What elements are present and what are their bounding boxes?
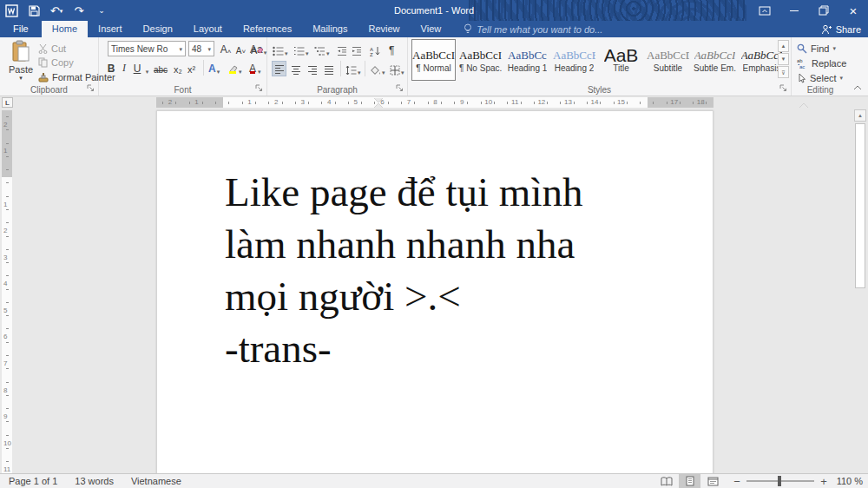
shading-button[interactable]: ▾ — [370, 61, 385, 76]
document-page[interactable]: Like page để tụi mình làm nhanh nhanh nh… — [156, 110, 713, 473]
ruler-number: 17 — [670, 98, 678, 107]
align-right-button[interactable] — [305, 61, 319, 76]
style-subtle-em[interactable]: AaBbCcISubtle Em... — [693, 39, 737, 81]
ruler-number: 11 — [3, 465, 10, 473]
style-subtitle[interactable]: AaBbCcDSubtitle — [646, 39, 690, 81]
ruler-number: 2 — [168, 98, 172, 107]
styles-scroll-up-icon[interactable]: ▲ — [778, 40, 789, 52]
align-center-button[interactable] — [288, 61, 303, 76]
styles-more-icon[interactable]: ⊽ — [778, 66, 789, 78]
style-label: Subtitle — [654, 63, 682, 73]
web-layout-button[interactable] — [702, 474, 724, 488]
grow-font-button[interactable]: A˄ — [219, 41, 233, 56]
print-layout-button[interactable] — [679, 474, 700, 488]
scroll-up-icon[interactable]: ▲ — [854, 109, 866, 122]
word-count[interactable]: 13 words — [66, 476, 122, 486]
underline-options-button[interactable]: ▾ — [142, 60, 151, 76]
multilevel-list-button[interactable]: ▾ — [314, 42, 330, 57]
decrease-indent-button[interactable] — [337, 42, 347, 57]
find-button[interactable]: Find▾ — [797, 42, 836, 55]
zoom-out-button[interactable]: − — [733, 475, 741, 488]
tab-references[interactable]: References — [233, 21, 302, 37]
numbering-button[interactable]: ▾ — [293, 42, 309, 57]
subscript-button[interactable]: x₂ — [174, 60, 182, 76]
replace-button[interactable]: abac Replace — [797, 56, 846, 69]
align-left-button[interactable] — [272, 61, 286, 76]
right-indent-marker[interactable] — [799, 103, 808, 108]
clear-formatting-button[interactable]: A — [251, 41, 263, 56]
italic-button[interactable]: I — [120, 60, 128, 76]
tab-stop-selector[interactable]: L — [2, 97, 13, 108]
paste-label: Paste — [9, 64, 33, 75]
copy-button[interactable]: Copy — [38, 56, 74, 69]
tab-insert[interactable]: Insert — [88, 21, 133, 37]
underline-button[interactable]: U — [132, 60, 142, 76]
document-line: mọi người >.< — [225, 270, 582, 322]
styles-dialog-launcher-icon[interactable] — [779, 84, 788, 93]
styles-group-label: Styles — [408, 85, 791, 95]
bullets-button[interactable]: ▾ — [273, 42, 288, 57]
read-mode-button[interactable] — [655, 474, 677, 488]
tab-review[interactable]: Review — [358, 21, 411, 37]
cut-button[interactable]: Cut — [38, 42, 66, 55]
style-title[interactable]: AaBTitle — [599, 39, 643, 81]
tab-view[interactable]: View — [411, 21, 452, 37]
document-text[interactable]: Like page để tụi mình làm nhanh nhanh nh… — [225, 166, 582, 374]
svg-text:A: A — [251, 45, 258, 56]
font-color-button[interactable]: A ▾ — [248, 60, 261, 76]
ribbon-display-options-button[interactable] — [750, 0, 779, 21]
line-spacing-icon — [345, 65, 357, 76]
style-normal[interactable]: AaBbCcI¶ Normal — [411, 39, 456, 81]
strikethrough-button[interactable]: abc — [154, 60, 168, 76]
line-spacing-button[interactable]: ▾ — [345, 61, 361, 76]
language-indicator[interactable]: Vietnamese — [122, 476, 190, 486]
show-paragraph-marks-button[interactable]: ¶ — [389, 42, 394, 57]
tell-me-box[interactable]: Tell me what you want to do... — [464, 21, 602, 37]
find-label: Find — [811, 43, 829, 54]
increase-indent-button[interactable] — [352, 42, 362, 57]
borders-button[interactable]: ▾ — [390, 61, 404, 76]
style-label: ¶ No Spac... — [459, 63, 502, 73]
font-dialog-launcher-icon[interactable] — [255, 84, 264, 93]
zoom-slider-thumb[interactable] — [778, 476, 781, 486]
style-heading-2[interactable]: AaBbCcEHeading 2 — [552, 39, 596, 81]
copy-icon — [38, 57, 48, 68]
paste-button[interactable]: Paste ▾ — [5, 40, 36, 90]
superscript-button[interactable]: x² — [187, 60, 195, 76]
zoom-level[interactable]: 110 % — [830, 476, 863, 486]
justify-button[interactable] — [321, 61, 336, 76]
tab-layout[interactable]: Layout — [183, 21, 233, 37]
tab-file[interactable]: File — [0, 21, 42, 37]
text-effects-button[interactable]: A▾ — [208, 60, 220, 76]
sort-button[interactable]: AZ — [370, 42, 381, 57]
bold-button[interactable]: B — [106, 60, 116, 76]
paragraph-dialog-launcher-icon[interactable] — [396, 84, 404, 93]
zoom-slider[interactable] — [746, 480, 814, 482]
font-size-select[interactable]: 48▾ — [188, 41, 214, 56]
clipboard-dialog-launcher-icon[interactable] — [87, 84, 95, 93]
share-button[interactable]: Share — [821, 21, 861, 37]
ruler-number: 6 — [380, 98, 384, 107]
restore-button[interactable] — [809, 0, 838, 21]
tab-home[interactable]: Home — [42, 21, 88, 37]
ruler-number: 14 — [591, 98, 599, 107]
font-name-select[interactable]: Times New Ro▾ — [108, 41, 186, 56]
style-preview: AaB — [604, 48, 639, 63]
minimize-button[interactable] — [779, 0, 809, 21]
tab-design[interactable]: Design — [133, 21, 183, 37]
style-heading-1[interactable]: AaBbCcHeading 1 — [505, 39, 549, 81]
ruler-number: 9 — [3, 412, 7, 420]
tab-mailings[interactable]: Mailings — [302, 21, 358, 37]
page-indicator[interactable]: Page 1 of 1 — [0, 476, 66, 486]
select-button[interactable]: Select▾ — [797, 71, 843, 84]
format-painter-icon — [38, 72, 49, 82]
scrollbar-thumb[interactable] — [855, 123, 865, 288]
collapse-ribbon-button[interactable] — [851, 82, 865, 94]
ruler-number: 5 — [3, 306, 7, 313]
close-button[interactable]: × — [838, 0, 868, 21]
zoom-in-button[interactable]: + — [819, 475, 828, 488]
style-no-spac[interactable]: AaBbCcI¶ No Spac... — [458, 39, 503, 81]
highlight-color-button[interactable]: ▾ — [227, 60, 242, 76]
shrink-font-button[interactable]: A˅ — [234, 41, 247, 56]
styles-scroll-down-icon[interactable]: ▼ — [778, 53, 789, 65]
